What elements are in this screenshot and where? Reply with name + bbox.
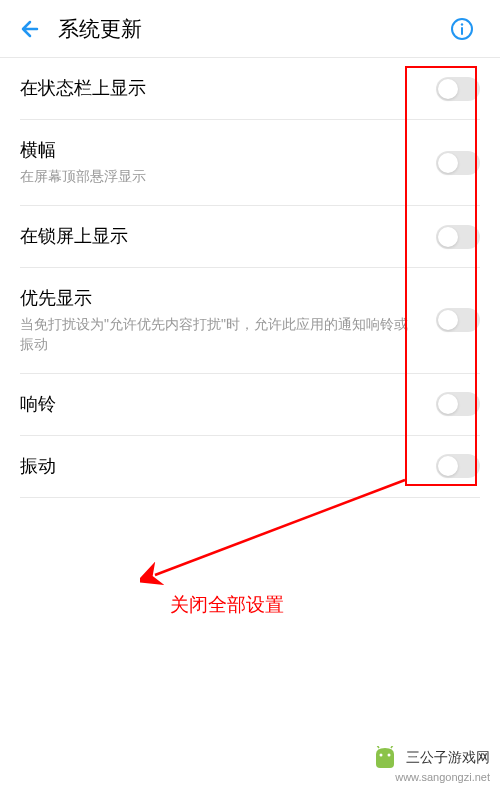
setting-text: 优先显示 当免打扰设为"允许优先内容打扰"时，允许此应用的通知响铃或振动 — [20, 286, 436, 354]
setting-desc: 当免打扰设为"允许优先内容打扰"时，允许此应用的通知响铃或振动 — [20, 315, 416, 354]
setting-row-vibrate: 振动 — [20, 436, 480, 498]
toggle-banner[interactable] — [436, 151, 480, 175]
annotation-label: 关闭全部设置 — [170, 592, 284, 618]
setting-label: 横幅 — [20, 138, 416, 163]
setting-row-status-bar: 在状态栏上显示 — [20, 58, 480, 120]
watermark: 三公子游戏网 www.sangongzi.net — [370, 746, 490, 783]
watermark-name: 三公子游戏网 — [406, 749, 490, 767]
watermark-url: www.sangongzi.net — [370, 771, 490, 783]
setting-text: 振动 — [20, 454, 436, 479]
info-icon[interactable] — [448, 15, 476, 43]
toggle-priority[interactable] — [436, 308, 480, 332]
settings-list: 在状态栏上显示 横幅 在屏幕顶部悬浮显示 在锁屏上显示 优先显示 当免打扰设为"… — [0, 58, 500, 498]
svg-point-6 — [388, 754, 391, 757]
svg-point-5 — [380, 754, 383, 757]
setting-text: 在状态栏上显示 — [20, 76, 436, 101]
toggle-lockscreen[interactable] — [436, 225, 480, 249]
setting-row-ring: 响铃 — [20, 374, 480, 436]
setting-label: 响铃 — [20, 392, 416, 417]
svg-line-7 — [377, 746, 379, 748]
setting-text: 在锁屏上显示 — [20, 224, 436, 249]
setting-label: 在锁屏上显示 — [20, 224, 416, 249]
setting-row-banner: 横幅 在屏幕顶部悬浮显示 — [20, 120, 480, 206]
setting-label: 优先显示 — [20, 286, 416, 311]
toggle-vibrate[interactable] — [436, 454, 480, 478]
setting-label: 在状态栏上显示 — [20, 76, 416, 101]
setting-text: 响铃 — [20, 392, 436, 417]
setting-text: 横幅 在屏幕顶部悬浮显示 — [20, 138, 436, 187]
toggle-status-bar[interactable] — [436, 77, 480, 101]
header: 系统更新 — [0, 0, 500, 58]
toggle-ring[interactable] — [436, 392, 480, 416]
svg-point-2 — [461, 23, 463, 25]
setting-row-lockscreen: 在锁屏上显示 — [20, 206, 480, 268]
setting-desc: 在屏幕顶部悬浮显示 — [20, 167, 416, 187]
back-icon[interactable] — [16, 15, 44, 43]
svg-line-8 — [391, 746, 393, 748]
setting-label: 振动 — [20, 454, 416, 479]
watermark-logo-icon — [370, 746, 400, 770]
setting-row-priority: 优先显示 当免打扰设为"允许优先内容打扰"时，允许此应用的通知响铃或振动 — [20, 268, 480, 373]
page-title: 系统更新 — [58, 15, 448, 43]
